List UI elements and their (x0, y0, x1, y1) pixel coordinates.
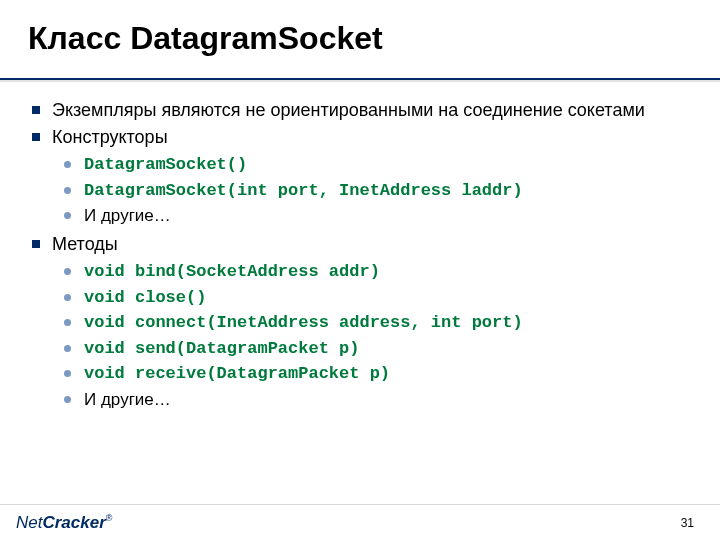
text-item: И другие… (64, 203, 692, 229)
bullet-text: Методы (52, 234, 118, 254)
page-number: 31 (681, 516, 694, 530)
text-item: И другие… (64, 387, 692, 413)
code-item: void send(DatagramPacket p) (64, 336, 692, 362)
sub-bullet-list: void bind(SocketAddress addr) void close… (64, 259, 692, 412)
bullet-item: Экземпляры являются не ориентированными … (32, 99, 692, 122)
code-item: void receive(DatagramPacket p) (64, 361, 692, 387)
sub-bullet-list: DatagramSocket() DatagramSocket(int port… (64, 152, 692, 229)
code-item: DatagramSocket(int port, InetAddress lad… (64, 178, 692, 204)
slide-footer: NetCracker® 31 (0, 504, 720, 540)
logo: NetCracker® (16, 513, 112, 533)
bullet-item: Конструкторы DatagramSocket() DatagramSo… (32, 126, 692, 229)
code-item: void close() (64, 285, 692, 311)
slide-title: Класс DatagramSocket (28, 20, 692, 57)
slide: Класс DatagramSocket Экземпляры являются… (0, 0, 720, 540)
logo-part-cracker: Cracker (42, 513, 105, 532)
logo-registered: ® (106, 513, 113, 523)
code-item: DatagramSocket() (64, 152, 692, 178)
logo-part-net: Net (16, 513, 42, 532)
slide-content: Экземпляры являются не ориентированными … (28, 99, 692, 412)
title-divider-shadow (0, 80, 720, 82)
code-item: void connect(InetAddress address, int po… (64, 310, 692, 336)
bullet-item: Методы void bind(SocketAddress addr) voi… (32, 233, 692, 413)
bullet-text: Конструкторы (52, 127, 168, 147)
code-item: void bind(SocketAddress addr) (64, 259, 692, 285)
bullet-list: Экземпляры являются не ориентированными … (32, 99, 692, 412)
